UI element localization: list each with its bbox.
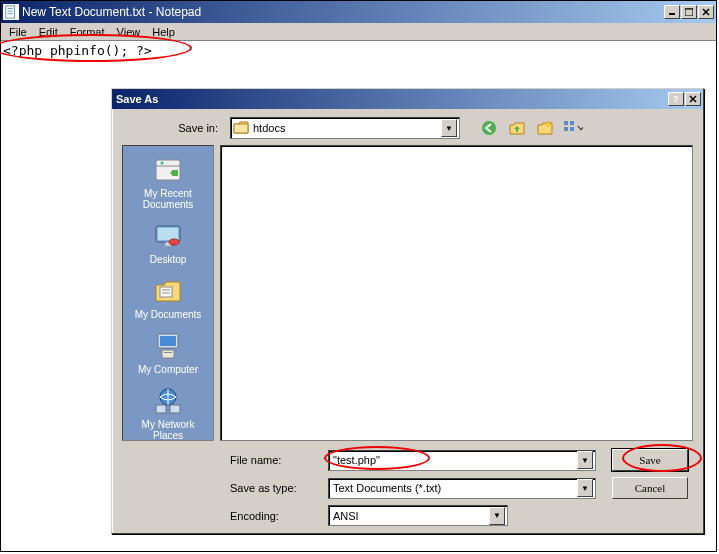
recent-icon xyxy=(152,154,184,186)
filename-label: File name: xyxy=(220,454,328,466)
savein-value: htdocs xyxy=(253,122,441,134)
notepad-title: New Text Document.txt - Notepad xyxy=(22,5,664,19)
savetype-combo[interactable]: Text Documents (*.txt) ▼ xyxy=(328,478,596,499)
svg-rect-25 xyxy=(162,350,174,358)
svg-rect-20 xyxy=(158,228,178,240)
menu-file[interactable]: File xyxy=(3,24,33,40)
filename-combo[interactable]: "test.php" ▼ xyxy=(328,450,596,471)
back-button[interactable] xyxy=(478,117,500,139)
folder-icon xyxy=(233,121,249,135)
svg-point-11 xyxy=(482,121,496,135)
file-list[interactable] xyxy=(220,145,693,441)
maximize-button[interactable] xyxy=(681,5,697,19)
saveas-titlebar: Save As ? xyxy=(112,89,703,109)
place-mycomputer[interactable]: My Computer xyxy=(126,326,210,379)
svg-rect-14 xyxy=(570,121,574,125)
dropdown-arrow-icon[interactable]: ▼ xyxy=(577,451,593,469)
close-button[interactable] xyxy=(698,5,714,19)
svg-point-21 xyxy=(169,239,179,245)
svg-rect-26 xyxy=(164,352,172,353)
savetype-value: Text Documents (*.txt) xyxy=(331,482,577,494)
svg-rect-22 xyxy=(160,287,172,297)
computer-icon xyxy=(152,330,184,362)
saveas-title: Save As xyxy=(114,93,668,105)
place-recent[interactable]: My Recent Documents xyxy=(126,150,210,214)
svg-rect-13 xyxy=(564,121,568,125)
menu-help[interactable]: Help xyxy=(146,24,181,40)
place-recent-label: My Recent Documents xyxy=(143,188,194,210)
menu-format[interactable]: Format xyxy=(64,24,111,40)
menu-view[interactable]: View xyxy=(111,24,147,40)
savetype-label: Save as type: xyxy=(220,482,328,494)
up-folder-button[interactable] xyxy=(506,117,528,139)
menu-edit[interactable]: Edit xyxy=(33,24,64,40)
svg-rect-15 xyxy=(564,127,568,131)
new-folder-button[interactable] xyxy=(534,117,556,139)
menubar: File Edit Format View Help xyxy=(1,23,716,41)
notepad-icon xyxy=(3,4,19,20)
svg-rect-24 xyxy=(160,336,176,346)
view-menu-button[interactable] xyxy=(562,117,584,139)
encoding-label: Encoding: xyxy=(220,510,328,522)
place-mycomputer-label: My Computer xyxy=(138,364,198,375)
place-desktop[interactable]: Desktop xyxy=(126,216,210,269)
dropdown-arrow-icon[interactable]: ▼ xyxy=(489,507,505,525)
svg-rect-16 xyxy=(570,127,574,131)
place-mydocs-label: My Documents xyxy=(135,309,202,320)
cancel-button[interactable]: Cancel xyxy=(612,477,688,499)
dropdown-arrow-icon[interactable]: ▼ xyxy=(577,479,593,497)
place-desktop-label: Desktop xyxy=(150,254,187,265)
places-bar: My Recent Documents Desktop My Documents… xyxy=(122,145,214,441)
dropdown-arrow-icon[interactable]: ▼ xyxy=(441,119,457,137)
filename-value: "test.php" xyxy=(331,454,577,466)
save-button[interactable]: Save xyxy=(612,449,688,471)
svg-point-12 xyxy=(547,123,549,125)
dialog-close-button[interactable] xyxy=(685,92,701,106)
desktop-icon xyxy=(152,220,184,252)
minimize-button[interactable] xyxy=(664,5,680,19)
window-controls xyxy=(664,5,714,19)
editor-content: <?php phpinfo(); ?> xyxy=(3,43,714,58)
notepad-titlebar: New Text Document.txt - Notepad xyxy=(1,1,716,23)
network-icon xyxy=(152,385,184,417)
mydocs-icon xyxy=(152,275,184,307)
encoding-value: ANSI xyxy=(331,510,489,522)
savein-label: Save in: xyxy=(122,122,222,134)
savein-combo[interactable]: htdocs ▼ xyxy=(230,117,460,139)
save-as-dialog: Save As ? Save in: htdocs ▼ xyxy=(111,88,704,534)
encoding-combo[interactable]: ANSI ▼ xyxy=(328,505,508,526)
svg-rect-29 xyxy=(170,405,180,413)
help-button[interactable]: ? xyxy=(668,92,684,106)
svg-rect-28 xyxy=(156,405,166,413)
svg-rect-0 xyxy=(6,6,15,18)
place-network-label: My Network Places xyxy=(142,419,195,441)
place-mydocs[interactable]: My Documents xyxy=(126,271,210,324)
svg-point-18 xyxy=(161,162,164,165)
place-network[interactable]: My Network Places xyxy=(126,381,210,445)
